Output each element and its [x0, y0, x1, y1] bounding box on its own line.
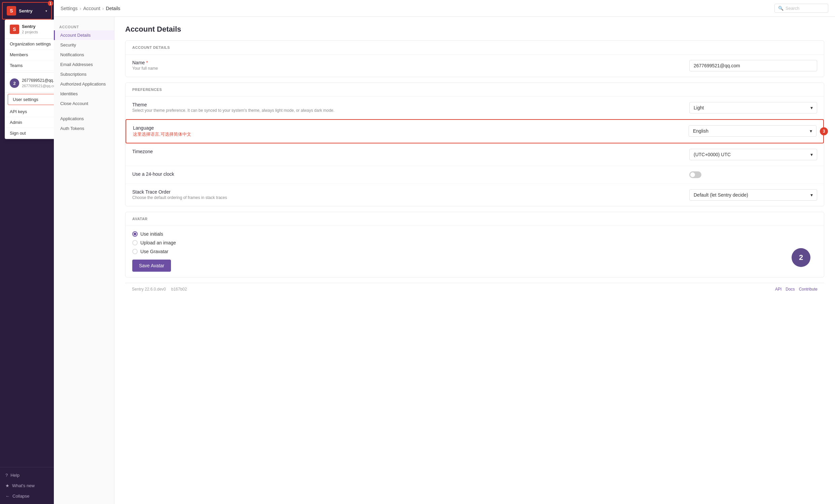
whats-new-icon: ★ [5, 483, 9, 488]
sub-sidebar-item-identities[interactable]: Identities [54, 89, 114, 99]
avatar-header: AVATAR [125, 212, 824, 226]
sub-sidebar-item-email[interactable]: Email Addresses [54, 60, 114, 69]
search-box[interactable]: 🔍 Search [774, 4, 828, 13]
breadcrumb-details: Details [106, 6, 121, 11]
clock-input-col[interactable] [689, 172, 817, 178]
timezone-input-col: (UTC+0000) UTC ▾ [689, 149, 817, 160]
avatar-option-upload[interactable]: Upload an image [132, 240, 817, 245]
sub-sidebar-item-auth-apps[interactable]: Authorized Applications [54, 79, 114, 89]
sub-sidebar-item-subscriptions[interactable]: Subscriptions [54, 69, 114, 79]
account-details-header: ACCOUNT DETAILS [125, 41, 824, 55]
name-label: Name * [132, 60, 684, 65]
language-chevron-icon: ▾ [810, 128, 812, 134]
clock-toggle[interactable] [689, 172, 701, 178]
radio-upload-dot [132, 240, 138, 245]
timezone-label: Timezone [132, 149, 684, 154]
sub-sidebar-item-applications[interactable]: Applications [54, 114, 114, 124]
preferences-section-title: PREFERENCES [132, 87, 817, 92]
stack-select[interactable]: Default (let Sentry decide) ▾ [689, 189, 817, 201]
preferences-header: PREFERENCES [125, 83, 824, 97]
footer-bar: Sentry 22.6.0.dev0 b167b02 API Docs Cont… [125, 283, 824, 295]
dropdown-user-info: 2677699521@qq.com 2677699521@qq.com [22, 78, 54, 88]
theme-row: Theme Select your theme preference. It c… [125, 97, 824, 119]
language-input-col: English ▾ [689, 125, 816, 137]
theme-desc: Select your theme preference. It can be … [132, 108, 684, 113]
breadcrumb-settings[interactable]: Settings [61, 6, 78, 11]
footer-link-contribute[interactable]: Contribute [799, 287, 817, 291]
dropdown-item-admin[interactable]: Admin [5, 117, 54, 128]
avatar-section: Use initials Upload an image Use Gravata… [125, 226, 824, 277]
dropdown-org-header: S Sentry 2 projects [5, 20, 54, 39]
timezone-label-col: Timezone [132, 149, 684, 155]
dropdown-item-api-keys[interactable]: API keys [5, 106, 54, 117]
help-icon: ? [5, 473, 8, 478]
preferences-card: PREFERENCES Theme Select your theme pref… [125, 82, 824, 206]
footer-version: Sentry 22.6.0.dev0 [132, 287, 166, 291]
sub-sidebar-item-account-details[interactable]: Account Details [54, 30, 114, 40]
sidebar-item-whats-new[interactable]: ★ What's new [0, 480, 54, 491]
main: Settings › Account › Details 🔍 Search AC… [54, 0, 835, 504]
name-input-col [689, 60, 817, 72]
avatar-radio-group: Use initials Upload an image Use Gravata… [132, 231, 817, 254]
clock-row: Use a 24-hour clock [125, 166, 824, 184]
save-avatar-button[interactable]: Save Avatar [132, 260, 171, 272]
timezone-select[interactable]: (UTC+0000) UTC ▾ [689, 149, 817, 160]
dropdown-user-avatar: 2 [10, 78, 19, 88]
sub-sidebar-item-close-account[interactable]: Close Account [54, 99, 114, 108]
sidebar-item-collapse[interactable]: ← Collapse [0, 491, 54, 501]
breadcrumb-sep-1: › [80, 6, 81, 11]
dropdown-user-header: 2 2677699521@qq.com 2677699521@qq.com [5, 74, 54, 93]
avatar-option-gravatar[interactable]: Use Gravatar [132, 249, 817, 254]
name-input[interactable] [689, 60, 817, 72]
sidebar-bottom: ? Help ★ What's new ← Collapse [0, 467, 54, 504]
circle-badge-2: 2 [792, 248, 811, 267]
language-label-col: Language 这里选择语言,可选择简体中文 [133, 125, 683, 137]
breadcrumb: Settings › Account › Details [61, 6, 120, 11]
theme-select[interactable]: Light ▾ [689, 102, 817, 114]
sidebar-item-help[interactable]: ? Help [0, 470, 54, 480]
footer-link-api[interactable]: API [775, 287, 781, 291]
avatar-option-initials[interactable]: Use initials [132, 231, 817, 237]
account-details-card: ACCOUNT DETAILS Name * Your full name [125, 40, 824, 77]
footer-link-docs[interactable]: Docs [786, 287, 795, 291]
org-dropdown: S Sentry 2 projects Organization setting… [5, 20, 54, 139]
timezone-row: Timezone (UTC+0000) UTC ▾ [125, 143, 824, 166]
stack-label-col: Stack Trace Order Choose the default ord… [132, 189, 684, 200]
theme-input-col: Light ▾ [689, 102, 817, 114]
sidebar: S Sentry ▾ 1 S Sentry 2 projects Organiz… [0, 0, 54, 504]
org-avatar: S [7, 6, 16, 16]
chevron-down-icon: ▾ [45, 9, 47, 13]
org-badge: 1 [48, 1, 53, 6]
sub-sidebar: ACCOUNT Account Details Security Notific… [54, 17, 115, 504]
radio-initials-dot [132, 231, 138, 237]
name-row: Name * Your full name [125, 55, 824, 77]
page-title: Account Details [125, 25, 824, 34]
content-area: ACCOUNT Account Details Security Notific… [54, 17, 835, 504]
stack-chevron-icon: ▾ [811, 192, 813, 198]
sub-sidebar-item-security[interactable]: Security [54, 40, 114, 50]
name-required: * [146, 60, 148, 65]
timezone-chevron-icon: ▾ [811, 152, 813, 157]
avatar-section-title: AVATAR [132, 217, 817, 221]
clock-label-col: Use a 24-hour clock [132, 172, 684, 177]
sub-sidebar-item-auth-tokens[interactable]: Auth Tokens [54, 124, 114, 133]
dropdown-item-teams[interactable]: Teams [5, 60, 54, 71]
annotation-3: 3 [820, 127, 828, 135]
dropdown-item-org-settings[interactable]: Organization settings [5, 39, 54, 49]
dropdown-item-members[interactable]: Members [5, 49, 54, 60]
dropdown-org-info: Sentry 2 projects [22, 24, 38, 34]
sub-sidebar-item-notifications[interactable]: Notifications [54, 50, 114, 60]
name-hint: Your full name [132, 66, 684, 71]
language-note: 这里选择语言,可选择简体中文 [133, 131, 683, 137]
name-label-col: Name * Your full name [132, 60, 684, 71]
stack-input-col: Default (let Sentry decide) ▾ [689, 189, 817, 201]
dropdown-org-avatar: S [10, 25, 19, 34]
breadcrumb-sep-2: › [102, 6, 104, 11]
breadcrumb-account[interactable]: Account [83, 6, 100, 11]
dropdown-item-sign-out[interactable]: Sign out [5, 128, 54, 139]
language-select[interactable]: English ▾ [689, 125, 816, 137]
org-switcher[interactable]: S Sentry ▾ 1 S Sentry 2 projects Organiz… [2, 2, 52, 20]
footer-build: b167b02 [171, 287, 187, 291]
dropdown-item-user-settings[interactable]: User settings [8, 94, 54, 105]
language-label: Language [133, 125, 683, 130]
